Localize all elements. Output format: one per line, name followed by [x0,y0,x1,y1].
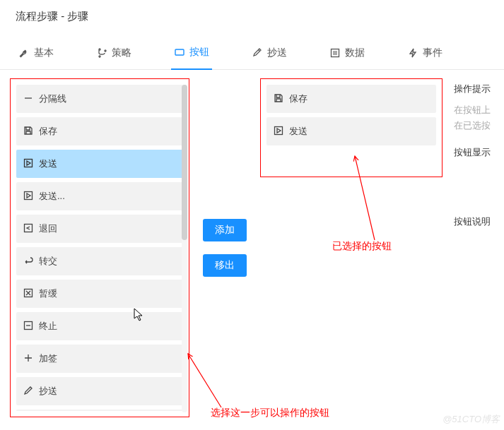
display-label: 按钮显示 [454,146,494,159]
list-item[interactable]: 分隔线 [16,85,183,113]
help-column: 操作提示 在按钮上 在已选按 按钮显示 按钮说明 [450,78,494,417]
add-button[interactable]: 添加 [203,219,247,241]
tab-label: 基本 [34,47,54,59]
list-item[interactable]: 抄送 [16,377,183,405]
boxx-icon [23,288,33,300]
main-area: 分隔线保存发送发送...退回转交暂缓终止加签抄送刷新 添加 移出 保存发送 操作… [0,70,504,417]
list-item-label: 发送 [289,125,307,138]
play-icon [23,191,33,203]
list-item-label: 退回 [39,222,57,235]
list-item-label: 暂缓 [39,287,57,300]
minus-icon [23,93,33,105]
remove-button[interactable]: 移出 [203,254,247,277]
tab-event[interactable]: 事件 [404,37,445,69]
branch-icon [96,47,107,59]
lightning-icon [407,47,418,59]
list-item[interactable]: 终止 [16,312,183,340]
list-item[interactable]: 保存 [16,117,183,145]
list-item[interactable]: 发送 [266,117,436,145]
list-item[interactable]: 退回 [16,215,183,243]
available-list: 分隔线保存发送发送...退回转交暂缓终止加签抄送刷新 [16,85,183,411]
return-icon [23,256,33,268]
tab-data[interactable]: 数据 [327,37,368,69]
svg-rect-4 [25,224,33,232]
list-item-label: 加签 [39,352,57,365]
tabbar: 基本 策略 按钮 抄送 数据 事件 [0,37,504,70]
plus-icon [23,353,33,365]
tab-cc[interactable]: 抄送 [249,37,290,69]
list-item-label: 分隔线 [39,92,66,105]
list-item-label: 发送... [39,190,65,203]
hint-title: 操作提示 [454,83,494,95]
tab-basic[interactable]: 基本 [16,37,57,69]
tab-button[interactable]: 按钮 [171,37,212,70]
list-item-label: 终止 [39,320,57,333]
page-title: 流程步骤 - 步骤 [0,0,504,30]
list-item-label: 保存 [39,125,57,138]
list-item[interactable]: 保存 [266,85,436,113]
selected-list: 保存发送 [266,85,436,145]
save-icon [274,93,283,105]
tab-label: 抄送 [267,47,287,59]
play-icon [23,158,33,170]
tab-label: 事件 [423,47,443,59]
list-item-label: 保存 [289,92,307,105]
stop-icon [23,321,33,333]
edit-icon [252,47,263,59]
pencil-icon [23,386,33,398]
tab-label: 数据 [345,47,365,59]
selected-panel: 保存发送 [260,78,443,177]
play-icon [274,126,283,138]
data-icon [329,47,341,59]
backx-icon [23,223,33,235]
list-item[interactable]: 刷新 [16,410,183,411]
list-item[interactable]: 发送 [16,150,183,178]
save-icon [23,126,33,138]
hint-text: 在按钮上 [454,104,494,117]
scrollbar-thumb[interactable] [182,85,187,240]
tab-label: 策略 [112,47,131,59]
button-icon [174,47,185,58]
list-item-label: 抄送 [39,385,57,398]
hint-text: 在已选按 [454,119,494,132]
list-item-label: 转交 [39,255,57,268]
tab-label: 按钮 [189,46,209,59]
available-panel: 分隔线保存发送发送...退回转交暂缓终止加签抄送刷新 [10,78,189,417]
list-item[interactable]: 发送... [16,182,183,210]
transfer-buttons: 添加 移出 [197,78,253,417]
list-item-label: 发送 [39,157,57,170]
wrench-icon [18,47,30,59]
tab-strategy[interactable]: 策略 [93,37,134,69]
watermark: @51CTO博客 [443,413,500,426]
list-item[interactable]: 加签 [16,345,183,373]
list-item[interactable]: 转交 [16,247,183,275]
list-item[interactable]: 暂缓 [16,280,183,308]
desc-label: 按钮说明 [454,215,494,228]
svg-rect-0 [175,49,184,55]
